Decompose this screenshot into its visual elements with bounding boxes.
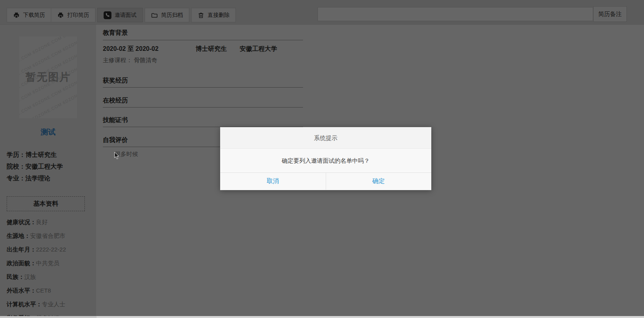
resume-detail-page: 下载简历 打印简历 邀请面试 简历归档 [0,0,644,318]
dialog-message: 确定要列入邀请面试的名单中吗？ [220,149,431,172]
confirm-button[interactable]: 确定 [326,173,432,190]
dialog-title: 系统提示 [220,127,431,149]
mouse-cursor [114,152,120,161]
bottom-scrollbar-track[interactable] [0,316,644,318]
bottom-scrollbar-thumb[interactable] [0,316,97,318]
dialog-footer: 取消 确定 [220,172,431,190]
cancel-button[interactable]: 取消 [220,173,326,190]
system-dialog: 系统提示 确定要列入邀请面试的名单中吗？ 取消 确定 [220,127,431,190]
